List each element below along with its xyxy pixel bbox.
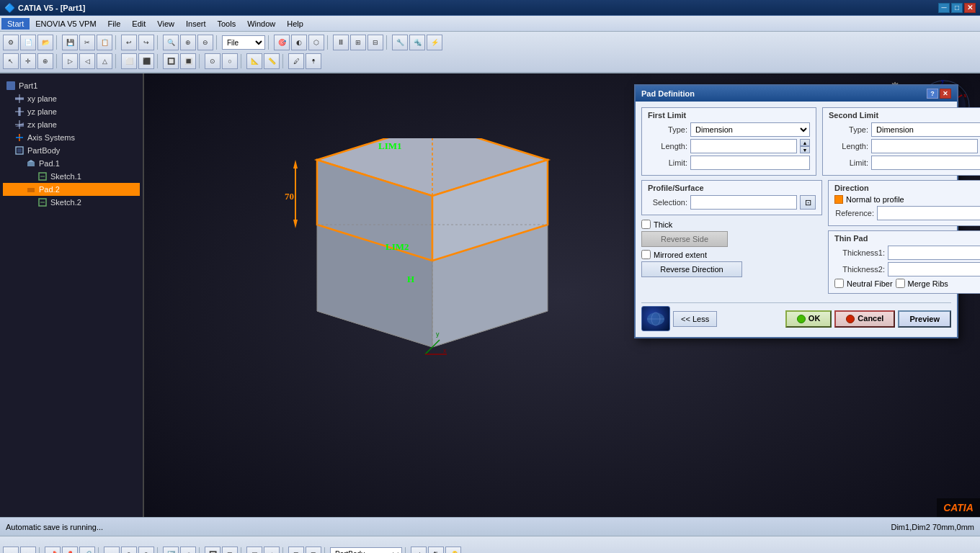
close-button[interactable]: ✕ xyxy=(964,3,976,13)
bt-btn-13[interactable]: ▽ xyxy=(246,547,262,554)
neutral-fiber-checkbox[interactable] xyxy=(834,279,844,288)
dialog-title-bar[interactable]: Pad Definition ? ✕ xyxy=(636,86,957,102)
tb-btn-5[interactable]: ✂ xyxy=(79,35,95,50)
tree-root[interactable]: Part1 xyxy=(3,79,140,92)
tb-btn-3[interactable]: 📂 xyxy=(37,35,53,50)
tree-axis[interactable]: Axis Systems xyxy=(3,131,140,144)
tb-btn-r2-10[interactable]: 🔳 xyxy=(180,53,196,69)
tb-btn-r2-13[interactable]: 📐 xyxy=(246,53,262,69)
tb-btn-r2-9[interactable]: 🔲 xyxy=(163,53,179,69)
bt-btn-17[interactable]: ⇄ xyxy=(411,547,427,554)
first-length-up[interactable]: ▲ xyxy=(800,139,810,146)
bt-btn-3[interactable]: 📌 xyxy=(45,547,61,554)
menu-window[interactable]: Window xyxy=(241,18,281,30)
tb-btn-10[interactable]: ⊕ xyxy=(180,35,196,50)
tb-btn-r2-15[interactable]: 🖊 xyxy=(288,53,304,69)
menu-start[interactable]: Start xyxy=(1,18,30,30)
first-length-input[interactable]: 70mm xyxy=(690,139,797,153)
bt-btn-18[interactable]: ⇅ xyxy=(428,547,444,554)
tree-zx-plane[interactable]: zx plane xyxy=(3,118,140,131)
tb-btn-15[interactable]: Ⅲ xyxy=(333,35,349,50)
thickness1-input[interactable]: 1mm xyxy=(888,246,980,260)
bt-btn-10[interactable]: ⤢ xyxy=(180,547,196,554)
first-limit-input[interactable]: No selection xyxy=(690,156,810,170)
bt-btn-2[interactable]: ↪ xyxy=(20,547,36,554)
tree-xy-plane[interactable]: xy plane xyxy=(3,92,140,105)
bt-btn-16[interactable]: ⊟ xyxy=(306,547,321,554)
tb-btn-12[interactable]: 🎯 xyxy=(274,35,290,50)
tb-btn-16[interactable]: ⊞ xyxy=(350,35,366,50)
tb-btn-r2-4[interactable]: ▷ xyxy=(62,53,78,69)
tb-btn-7[interactable]: ↩ xyxy=(121,35,137,50)
mirrored-checkbox[interactable] xyxy=(641,250,651,259)
tb-btn-r2-12[interactable]: ○ xyxy=(222,53,238,69)
bt-btn-9[interactable]: 🔄 xyxy=(163,547,179,554)
tb-btn-2[interactable]: 📄 xyxy=(20,35,36,50)
second-limit-input[interactable]: No selection xyxy=(871,156,980,170)
dialog-close-button[interactable]: ✕ xyxy=(940,89,951,99)
merge-ribs-checkbox[interactable] xyxy=(896,279,905,288)
bt-btn-11[interactable]: 🔲 xyxy=(205,547,220,554)
bt-btn-15[interactable]: ⊞ xyxy=(288,547,304,554)
tb-btn-14[interactable]: ⬡ xyxy=(308,35,324,50)
bt-btn-5[interactable]: 🔗 xyxy=(79,547,95,554)
bt-btn-14[interactable]: △ xyxy=(264,547,280,554)
tree-yz-plane[interactable]: yz plane xyxy=(3,105,140,118)
first-type-select[interactable]: Dimension xyxy=(690,122,810,137)
tb-btn-4[interactable]: 💾 xyxy=(62,35,78,50)
tb-btn-r2-6[interactable]: △ xyxy=(97,53,112,69)
bt-btn-7[interactable]: ⊕ xyxy=(121,547,137,554)
tree-pad1[interactable]: Pad.1 xyxy=(3,157,140,170)
tree-sketch2[interactable]: Sketch.2 xyxy=(3,196,140,209)
partbody-combo[interactable]: PartBody xyxy=(330,547,402,554)
reverse-side-button[interactable]: Reverse Side xyxy=(641,231,728,247)
thickness2-input[interactable]: 0mm xyxy=(888,262,980,276)
bt-btn-4[interactable]: 📍 xyxy=(62,547,78,554)
tb-btn-13[interactable]: ◐ xyxy=(291,35,307,50)
minimize-button[interactable]: ─ xyxy=(938,3,950,13)
tb-btn-r2-5[interactable]: ◁ xyxy=(79,53,95,69)
cancel-button[interactable]: Cancel xyxy=(834,310,895,328)
dialog-help-button[interactable]: ? xyxy=(927,89,938,99)
tb-btn-18[interactable]: 🔧 xyxy=(392,35,408,50)
tb-btn-6[interactable]: 📋 xyxy=(97,35,112,50)
second-type-select[interactable]: Dimension xyxy=(871,122,980,137)
less-button[interactable]: << Less xyxy=(673,311,717,327)
tb-btn-9[interactable]: 🔍 xyxy=(163,35,179,50)
bt-btn-19[interactable]: 🔑 xyxy=(445,547,461,554)
thick-checkbox[interactable] xyxy=(641,220,651,229)
menu-enovia[interactable]: ENOVIA V5 VPM xyxy=(30,18,102,30)
tb-btn-19[interactable]: 🔩 xyxy=(409,35,425,50)
tree-partbody[interactable]: PartBody xyxy=(3,144,140,157)
selection-input[interactable]: Sketch.2 xyxy=(690,195,797,210)
tb-btn-r2-14[interactable]: 📏 xyxy=(264,53,280,69)
menu-file[interactable]: File xyxy=(102,18,127,30)
tb-btn-8[interactable]: ↪ xyxy=(138,35,154,50)
tb-btn-r2-16[interactable]: 🖈 xyxy=(306,53,321,69)
first-length-down[interactable]: ▼ xyxy=(800,146,810,153)
ok-button[interactable]: OK xyxy=(785,310,832,328)
second-length-input[interactable]: 0mm xyxy=(871,139,978,153)
tb-btn-1[interactable]: ⚙ xyxy=(3,35,19,50)
viewport[interactable]: ⚙ LIM1 LIM2 xyxy=(144,73,980,517)
maximize-button[interactable]: □ xyxy=(951,3,963,13)
tree-pad2[interactable]: Pad.2 xyxy=(3,183,140,196)
menu-view[interactable]: View xyxy=(151,18,180,30)
tb-btn-20[interactable]: ⚡ xyxy=(427,35,442,50)
tb-btn-r2-8[interactable]: ⬛ xyxy=(138,53,154,69)
bt-btn-1[interactable]: ↩ xyxy=(3,547,19,554)
menu-help[interactable]: Help xyxy=(281,18,309,30)
menu-insert[interactable]: Insert xyxy=(180,18,212,30)
tb-btn-r2-3[interactable]: ⊕ xyxy=(37,53,53,69)
tb-file-combo[interactable]: File xyxy=(222,35,265,50)
reference-input[interactable]: No selection xyxy=(877,206,980,220)
tb-btn-11[interactable]: ⊖ xyxy=(197,35,213,50)
menu-edit[interactable]: Edit xyxy=(126,18,151,30)
selection-browse-btn[interactable]: ⊡ xyxy=(800,195,816,210)
tb-btn-r2-7[interactable]: ⬜ xyxy=(121,53,137,69)
tb-btn-17[interactable]: ⊟ xyxy=(368,35,383,50)
bt-btn-8[interactable]: ⊖ xyxy=(138,547,154,554)
bt-btn-12[interactable]: ⊡ xyxy=(222,547,238,554)
tb-btn-r2-1[interactable]: ↖ xyxy=(3,53,19,69)
tree-sketch1[interactable]: Sketch.1 xyxy=(3,170,140,183)
